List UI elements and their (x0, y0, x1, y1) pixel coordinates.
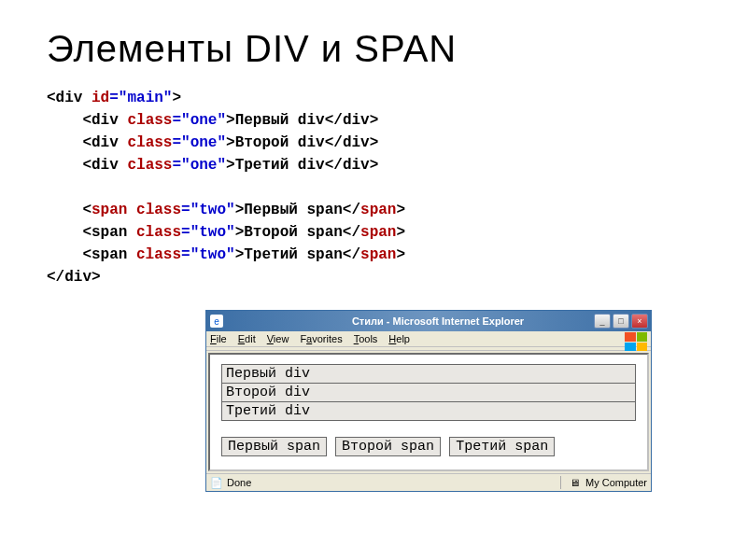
code-tag: > (396, 246, 405, 263)
span-output-2: Второй span (335, 437, 441, 456)
code-tag: span (360, 202, 396, 218)
code-tag: <span (47, 224, 136, 241)
span-output-3: Третий span (449, 437, 555, 456)
code-attr: span class (92, 202, 181, 218)
code-val: ="two" (181, 246, 235, 263)
status-bar: 📄 Done 🖥 My Computer (206, 473, 651, 491)
code-attr: class (136, 224, 181, 241)
code-tag: div (343, 157, 370, 174)
code-tag: > (370, 112, 379, 129)
code-val: ="two" (181, 202, 235, 218)
code-val: ="one" (172, 157, 226, 174)
browser-window: e Стили - Microsoft Internet Explorer _ … (205, 310, 652, 492)
code-tag: div (343, 112, 370, 129)
code-tag: > (172, 90, 181, 106)
code-text: >Второй span</ (235, 224, 360, 241)
code-text: >Первый span</ (235, 202, 360, 218)
code-val: ="main" (109, 90, 172, 106)
code-tag: <div (47, 112, 127, 129)
code-tag: div (343, 134, 370, 151)
menubar: File Edit View Favorites Tools Help (206, 331, 651, 347)
code-val: ="one" (172, 112, 226, 129)
browser-viewport: Первый div Второй div Третий div Первый … (208, 353, 649, 471)
code-tag: span (360, 246, 396, 263)
code-attr: class (127, 112, 172, 129)
div-output-3: Третий div (221, 401, 636, 421)
code-tag: </div> (47, 269, 101, 286)
code-tag: span (360, 224, 396, 241)
div-output-1: Первый div (221, 364, 636, 384)
code-text: >Второй div</ (226, 134, 343, 151)
code-tag: <div (47, 134, 127, 151)
code-tag: < (47, 202, 92, 218)
close-button[interactable]: × (631, 314, 648, 329)
status-done: Done (227, 477, 251, 488)
code-val: ="two" (181, 224, 235, 241)
done-icon: 📄 (210, 476, 223, 489)
minimize-button[interactable]: _ (594, 314, 611, 329)
code-text: >Третий div</ (226, 157, 343, 174)
code-tag: <span (47, 246, 136, 263)
menu-edit[interactable]: Edit (238, 333, 256, 344)
menu-tools[interactable]: Tools (354, 333, 378, 344)
code-text: >Третий span</ (235, 246, 360, 263)
windows-logo-icon (625, 332, 647, 351)
page-title: Элементы DIV и SPAN (47, 28, 700, 70)
code-attr: class (136, 246, 181, 263)
div-output-2: Второй div (221, 383, 636, 402)
ie-icon: e (210, 315, 223, 328)
span-output-1: Первый span (221, 437, 327, 456)
window-titlebar: e Стили - Microsoft Internet Explorer _ … (206, 311, 651, 331)
code-text: >Первый div</ (226, 112, 343, 129)
code-attr: id (92, 90, 109, 106)
maximize-button[interactable]: □ (613, 314, 629, 329)
code-block: <div id="main"> <div class="one">Первый … (47, 87, 700, 288)
menu-view[interactable]: View (267, 333, 289, 344)
code-tag: > (396, 224, 405, 241)
menu-file[interactable]: File (210, 333, 227, 344)
status-zone: My Computer (585, 477, 647, 488)
code-tag: <div (47, 157, 127, 174)
code-tag: > (370, 134, 379, 151)
window-title: Стили - Microsoft Internet Explorer (229, 315, 647, 327)
code-tag: <div (47, 90, 92, 106)
code-attr: class (127, 157, 172, 174)
code-attr: class (127, 134, 172, 151)
menu-favorites[interactable]: Favorites (300, 333, 342, 344)
code-tag: > (396, 202, 405, 218)
code-tag: > (370, 157, 379, 174)
menu-help[interactable]: Help (388, 333, 410, 344)
code-val: ="one" (172, 134, 226, 151)
mycomputer-icon: 🖥 (569, 476, 582, 489)
